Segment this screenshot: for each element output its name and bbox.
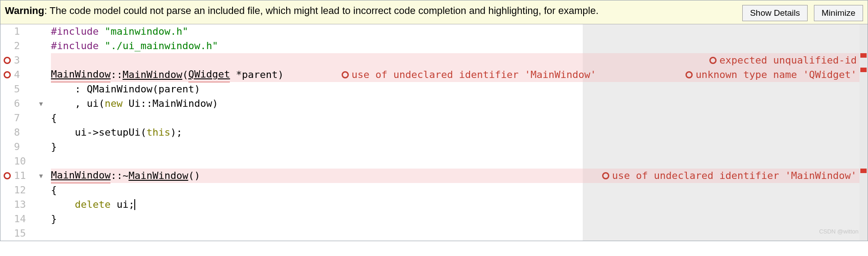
text-cursor xyxy=(134,199,135,210)
watermark: CSDN @witton xyxy=(819,224,859,239)
line-number: 7 xyxy=(14,111,35,125)
line-number: 11 xyxy=(14,169,35,183)
code-line[interactable]: : QMainWindow(parent) xyxy=(51,82,868,96)
line-number: 14 xyxy=(14,212,35,226)
line-number: 1 xyxy=(14,24,35,39)
line-number: 9 xyxy=(14,140,35,154)
code-area[interactable]: #include "mainwindow.h" #include "./ui_m… xyxy=(47,24,868,241)
line-number: 10 xyxy=(14,154,35,169)
show-details-button[interactable]: Show Details xyxy=(742,5,808,21)
warning-text: Warning: The code model could not parse … xyxy=(5,3,742,18)
line-number: 15 xyxy=(14,226,35,241)
scrollbar-error-mark[interactable] xyxy=(860,169,867,173)
error-marker-icon[interactable] xyxy=(4,71,11,78)
gutter-fold: ▼ ▼ xyxy=(35,24,47,241)
error-marker-icon[interactable] xyxy=(4,57,11,64)
code-line[interactable]: { xyxy=(51,183,868,197)
gutter-line-numbers: 1 2 3 4 5 6 7 8 9 10 11 12 13 14 15 xyxy=(14,24,35,241)
error-ring-icon xyxy=(342,71,349,78)
inline-error[interactable]: unknown type name 'QWidget' xyxy=(685,68,857,82)
line-number: 2 xyxy=(14,39,35,53)
line-number: 13 xyxy=(14,197,35,212)
code-line[interactable] xyxy=(51,226,868,241)
scrollbar[interactable] xyxy=(859,24,868,241)
warning-message: : The code model could not parse an incl… xyxy=(44,5,598,16)
code-line[interactable]: MainWindow::MainWindow(QWidget *parent) … xyxy=(51,68,868,82)
code-line[interactable]: MainWindow::~MainWindow() use of undecla… xyxy=(51,169,868,183)
code-line[interactable]: expected unqualified-id xyxy=(51,53,868,68)
code-line[interactable]: { xyxy=(51,111,868,125)
inline-error[interactable]: expected unqualified-id xyxy=(709,53,857,68)
warning-buttons: Show Details Minimize xyxy=(742,3,863,21)
fold-toggle-icon[interactable]: ▼ xyxy=(35,169,47,183)
error-ring-icon xyxy=(685,71,693,78)
editor-window: Warning: The code model could not parse … xyxy=(0,0,868,241)
warning-label: Warning xyxy=(5,5,44,16)
warning-bar: Warning: The code model could not parse … xyxy=(0,0,868,24)
line-number: 8 xyxy=(14,125,35,140)
code-editor[interactable]: 1 2 3 4 5 6 7 8 9 10 11 12 13 14 15 ▼ xyxy=(0,24,868,241)
gutter-markers xyxy=(0,24,14,241)
line-number: 5 xyxy=(14,82,35,96)
code-line[interactable]: #include "./ui_mainwindow.h" xyxy=(51,39,868,53)
line-number: 6 xyxy=(14,96,35,111)
line-number: 12 xyxy=(14,183,35,197)
inline-error[interactable]: use of undeclared identifier 'MainWindow… xyxy=(342,68,596,82)
scrollbar-error-mark[interactable] xyxy=(860,68,867,72)
error-marker-icon[interactable] xyxy=(4,172,11,179)
code-line[interactable]: #include "mainwindow.h" xyxy=(51,24,868,39)
code-line[interactable]: } xyxy=(51,212,868,226)
inline-error[interactable]: use of undeclared identifier 'MainWindow… xyxy=(602,169,857,183)
error-ring-icon xyxy=(709,57,717,64)
scrollbar-error-mark[interactable] xyxy=(860,53,867,58)
code-line[interactable]: delete ui; xyxy=(51,197,868,212)
fold-toggle-icon[interactable]: ▼ xyxy=(35,96,47,111)
code-line[interactable]: ui->setupUi(this); xyxy=(51,125,868,140)
code-line[interactable]: , ui(new Ui::MainWindow) xyxy=(51,96,868,111)
minimize-button[interactable]: Minimize xyxy=(814,5,863,21)
line-number: 3 xyxy=(14,53,35,68)
error-ring-icon xyxy=(602,172,609,179)
code-line[interactable] xyxy=(51,154,868,169)
code-line[interactable]: } xyxy=(51,140,868,154)
line-number: 4 xyxy=(14,68,35,82)
